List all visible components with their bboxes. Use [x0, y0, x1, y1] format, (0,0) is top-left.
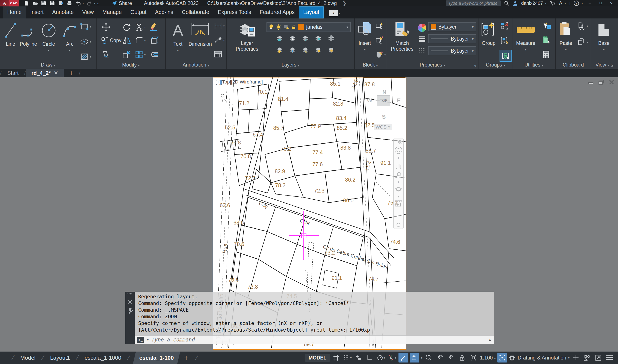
layer-on-tool[interactable] — [276, 46, 283, 54]
pan-hand-icon[interactable] — [395, 162, 402, 169]
table-tool[interactable] — [214, 51, 222, 58]
panel-title-modify[interactable]: Modify ▾ — [97, 62, 165, 68]
dim-linear-tool[interactable]: ▾ — [214, 22, 225, 30]
isolate-objects-button[interactable] — [582, 353, 592, 363]
ribbon-tab-featured-apps[interactable]: Featured Apps — [255, 6, 299, 18]
viewport-label[interactable]: [+][Top][2D Wireframe] — [215, 79, 263, 85]
plot-icon[interactable] — [66, 0, 72, 6]
rectangle-tool[interactable]: ▾ — [80, 22, 91, 31]
selection-cycling-toggle[interactable] — [424, 353, 434, 363]
line-button[interactable]: Line — [4, 22, 17, 47]
viewcube-south[interactable]: S — [382, 114, 386, 120]
edit-group-tool[interactable] — [500, 37, 509, 44]
panel-title-clipboard[interactable]: Clipboard — [556, 62, 591, 68]
command-recent-dropdown[interactable]: ▼ — [146, 338, 149, 341]
show-motion-icon[interactable] — [395, 200, 402, 207]
cut-clip-tool[interactable]: ▾ — [577, 22, 588, 30]
search-icon[interactable] — [504, 1, 509, 6]
zoom-extents-icon[interactable] — [395, 171, 402, 178]
copy-clip-tool[interactable]: ▾ — [577, 38, 588, 46]
viewcube-north[interactable]: N — [382, 89, 386, 96]
file-tab-rd_4_2[interactable]: rd_4_2*✕ — [26, 69, 64, 77]
ribbon-tab-layout[interactable]: Layout — [299, 6, 324, 18]
arc-button[interactable]: Arc▾ — [62, 22, 77, 53]
command-expand-icon[interactable]: ▲ — [488, 338, 492, 342]
qat-customize-dropdown[interactable]: ▾̲ — [97, 2, 99, 5]
ellipse-tool[interactable]: ▾ — [80, 37, 91, 46]
view-expander-icon[interactable]: ⇲ — [610, 64, 613, 67]
viewcube-east[interactable]: E — [397, 97, 401, 104]
ribbon-tab-add-ins[interactable]: Add-ins — [151, 6, 178, 18]
help-dropdown[interactable]: ▾ — [581, 2, 583, 5]
ungroup-tool[interactable] — [500, 22, 509, 30]
edit-block-tool[interactable] — [375, 37, 384, 44]
drawing-minimize-icon[interactable] — [588, 79, 594, 85]
ribbon-tab-collaborate[interactable]: Collaborate — [178, 6, 214, 18]
add-customization-button[interactable] — [571, 353, 581, 363]
explode-button[interactable] — [150, 36, 159, 45]
panel-title-utilities[interactable]: Utilities ▾ — [513, 62, 555, 68]
match-properties-button[interactable]: Match Properties — [389, 22, 415, 52]
save-to-web-icon[interactable] — [58, 0, 64, 6]
object-snap-tracking-toggle[interactable] — [399, 353, 408, 363]
ribbon-tab-output[interactable]: Output — [126, 6, 151, 18]
snap-mode-toggle[interactable]: ▾ — [343, 353, 352, 363]
panel-title-groups[interactable]: Groups ▾ — [479, 62, 512, 68]
circle-button[interactable]: Circle▾ — [41, 22, 57, 53]
panel-title-draw[interactable]: Draw ▾ — [0, 62, 96, 68]
help-icon[interactable]: ? — [574, 0, 579, 6]
ribbon-display-toggle[interactable]: ▲ ▾ — [329, 10, 340, 16]
linetype-dropdown[interactable]: ByLayer ▾ — [428, 46, 476, 55]
file-tab-Start[interactable]: Start — [2, 69, 24, 77]
quick-calc-tool[interactable] — [542, 50, 550, 59]
app-store-cart-icon[interactable] — [550, 1, 555, 6]
navbar-orbit-dropdown[interactable]: ▼ — [397, 195, 400, 198]
new-drawing-tab-button[interactable]: + — [64, 69, 79, 77]
model-space-button[interactable]: MODEL — [305, 354, 330, 362]
group-selection-toggle[interactable] — [500, 50, 512, 62]
user-dropdown[interactable]: ▾ — [545, 2, 547, 5]
rotate-button[interactable] — [122, 23, 131, 31]
layer-user-tool[interactable] — [327, 35, 335, 42]
ribbon-tab-view[interactable]: View — [78, 6, 98, 18]
autodesk-dropdown[interactable]: ▾ — [565, 2, 566, 5]
mirror-button[interactable] — [122, 36, 132, 45]
orbit-icon[interactable] — [395, 186, 402, 193]
panel-title-properties[interactable]: Properties ▾⇲ — [386, 62, 478, 68]
osnap-dropdown[interactable]: ▾ — [421, 356, 422, 360]
undo-dropdown[interactable]: ▾ — [82, 2, 84, 5]
maximize-button[interactable]: □ — [597, 1, 604, 5]
workspace-switcher[interactable]: Drafting & Annotation ▾ — [509, 353, 569, 363]
navbar-close-icon[interactable] — [398, 140, 402, 144]
username[interactable]: danix2467 — [521, 0, 543, 6]
viewcube[interactable]: N W E S TOP WCS▽ — [363, 90, 409, 133]
annotation-flash-toggle[interactable] — [446, 353, 456, 363]
ribbon-tab-express-tools[interactable]: Express Tools — [214, 6, 255, 18]
redo-dropdown[interactable]: ▾ — [94, 2, 96, 5]
new-layout-button[interactable]: + — [180, 354, 192, 362]
user-avatar-icon[interactable] — [513, 1, 518, 6]
customization-menu-button[interactable] — [605, 353, 614, 363]
navbar-wheel-dropdown[interactable]: ▼ — [397, 156, 400, 159]
ribbon-collapse-dropdown[interactable]: ▾ — [339, 12, 340, 15]
panel-title-view[interactable]: View ▾ ⇲ — [591, 62, 618, 68]
navbar-collapse-icon[interactable] — [397, 223, 400, 227]
open-file-icon[interactable] — [32, 0, 38, 6]
create-block-tool[interactable] — [375, 22, 384, 30]
layer-off-tool[interactable] — [276, 35, 283, 42]
layer-walk-tool[interactable] — [327, 46, 335, 54]
quick-select-tool[interactable] — [541, 22, 551, 30]
drawing-canvas[interactable]: 85.172.687.870.181.471.282.883.462.585.7… — [0, 77, 618, 351]
close-button[interactable]: ✕ — [608, 1, 615, 5]
isodraft-toggle[interactable]: ▾ — [387, 353, 397, 363]
minimize-button[interactable]: ─ — [586, 1, 593, 5]
save-as-icon[interactable] — [49, 0, 55, 6]
text-button[interactable]: A Text▾ — [171, 22, 184, 53]
drawing-restore-icon[interactable] — [598, 79, 604, 85]
save-icon[interactable] — [41, 0, 46, 6]
copy-button[interactable]: Copy — [101, 36, 121, 45]
file-tab-close-icon[interactable]: ✕ — [54, 70, 58, 76]
viewcube-west[interactable]: W — [367, 97, 372, 104]
erase-button[interactable] — [150, 23, 159, 31]
steering-wheel-icon[interactable] — [394, 146, 403, 154]
